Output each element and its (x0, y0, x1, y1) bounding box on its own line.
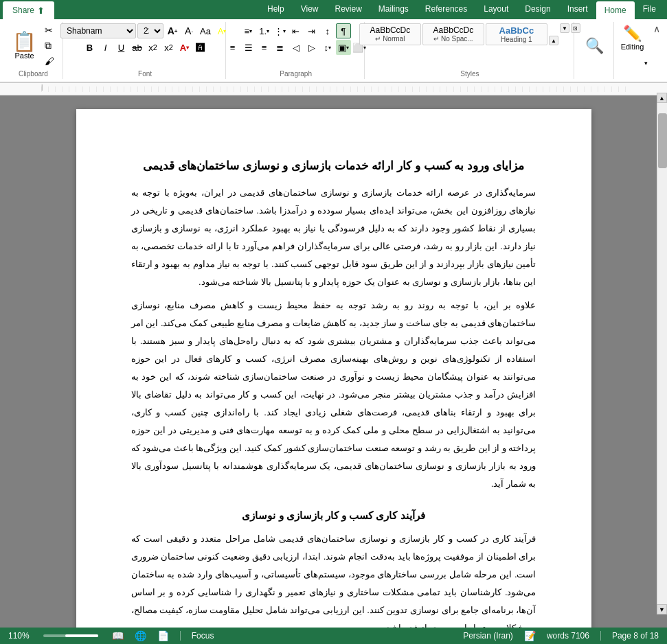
tab-review[interactable]: Review (326, 0, 370, 19)
format-painter-icon: 🖌 (45, 56, 54, 67)
doc-paragraph-3[interactable]: فرآیند کاری در کسب و کار بازسازی و نوساز… (131, 530, 536, 637)
zoom-slider[interactable] (43, 634, 98, 637)
scroll-up-button[interactable]: ▲ (657, 93, 667, 103)
paste-button[interactable]: 📋 Paste (10, 31, 39, 61)
status-divider-2 (180, 631, 181, 641)
editing-group: 🔍 (576, 22, 614, 79)
styles-scroll-down-button[interactable]: ▼ (560, 23, 569, 33)
cut-icon: ✂ (45, 25, 53, 36)
ruler: | (0, 83, 667, 95)
editing-dropdown-icon: ▾ (644, 60, 648, 67)
decrease-font-button[interactable]: A- (181, 23, 196, 38)
align-right-button[interactable]: ≡ (257, 40, 272, 55)
doc-heading: مزایای ورود به کسب و کار ارائه خدمات باز… (131, 159, 536, 173)
increase-font-button[interactable]: A+ (165, 23, 180, 38)
status-divider-1 (600, 631, 601, 641)
font-clear-button[interactable]: 🅰 (193, 40, 208, 55)
styles-scroll-up-button[interactable]: ▲ (549, 36, 558, 45)
doc-section-title: فرآیند کاری کسب و کار بازسازی و نوسازی (131, 509, 536, 522)
copy-button[interactable]: ⧉ (42, 38, 57, 53)
sort-button[interactable]: ↕ (320, 23, 335, 38)
strikethrough-button[interactable]: ab (130, 40, 145, 55)
focus-button[interactable]: Focus (192, 631, 214, 641)
numbering-button[interactable]: 1.▾ (257, 23, 272, 38)
view-web-button[interactable]: 🌐 (135, 630, 146, 641)
style-heading1[interactable]: AaBbCc Heading 1 (486, 23, 547, 45)
scroll-down-button[interactable]: ▼ (657, 604, 667, 614)
doc-paragraph-1[interactable]: سرمایه‌گذاری در عرصه ارائه خدمات بازسازی… (131, 184, 536, 291)
superscript-button[interactable]: x2 (161, 40, 177, 55)
bold-button[interactable]: B (82, 40, 98, 55)
increase-indent-button[interactable]: ⇥ (304, 23, 319, 38)
line-spacing-button[interactable]: ↕▾ (320, 40, 335, 55)
rtl-button[interactable]: ◁ (289, 40, 304, 55)
view-print-button[interactable]: 📄 (157, 630, 169, 641)
view-read-button[interactable]: 📖 (112, 630, 124, 641)
italic-button[interactable]: I (98, 40, 113, 55)
scroll-thumb[interactable] (658, 113, 667, 168)
tab-design[interactable]: Design (517, 0, 558, 19)
tab-home[interactable]: Home (596, 1, 635, 19)
show-formatting-button[interactable]: ¶ (336, 23, 351, 38)
change-case-button[interactable]: Aa (198, 23, 213, 38)
search-button[interactable]: 🔍 (581, 36, 608, 56)
font-family-select[interactable]: Shabnam (60, 23, 136, 38)
editing-mode-icon: ✏️ (623, 25, 642, 43)
language-indicator[interactable]: Persian (Iran) (463, 631, 513, 641)
document-area: مزایای ورود به کسب و کار ارائه خدمات باز… (0, 95, 667, 644)
styles-group: AaBbCcDc ↵ Normal AaBbCcDc ↵ No Spac... … (366, 22, 574, 79)
subscript-button[interactable]: x2 (146, 40, 161, 55)
align-left-button[interactable]: ≡ (225, 40, 240, 55)
doc-page: مزایای ورود به کسب و کار ارائه خدمات باز… (76, 109, 591, 644)
tab-layout[interactable]: Layout (475, 0, 517, 19)
font-group: Shabnam 22 A+ A- Aa A▾ B I U ab x2 x2 A▾… (65, 22, 226, 79)
share-icon: ⬆ (37, 5, 45, 16)
vertical-scrollbar: ▲ ▼ (657, 93, 667, 614)
ribbon-collapse-button[interactable]: ∧ (651, 22, 663, 36)
zoom-level: 110% (8, 631, 30, 641)
search-icon: 🔍 (585, 37, 604, 55)
ltr-button[interactable]: ▷ (304, 40, 319, 55)
justify-button[interactable]: ≣ (273, 40, 288, 55)
tab-view[interactable]: View (293, 0, 327, 19)
status-bar: Page 8 of 18 7106 words 📝 Persian (Iran)… (0, 628, 667, 644)
clipboard-group: 📋 Paste ✂ ⧉ 🖌 Clipboard (4, 22, 63, 79)
tab-file[interactable]: File (635, 0, 664, 19)
tab-help[interactable]: Help (259, 0, 293, 19)
decrease-indent-button[interactable]: ⇤ (289, 23, 304, 38)
multilevel-list-button[interactable]: ⋮▾ (273, 23, 288, 38)
tab-mailings[interactable]: Mailings (370, 0, 417, 19)
tab-references[interactable]: References (417, 0, 475, 19)
style-normal[interactable]: AaBbCcDc ↵ Normal (359, 23, 421, 45)
word-count: 7106 words (547, 631, 589, 641)
proofing-icon: 📝 (524, 630, 536, 641)
ribbon-body: 📋 Paste ✂ ⧉ 🖌 Clipboard Shabnam (0, 19, 667, 82)
copy-icon: ⧉ (45, 40, 52, 51)
text-color-button[interactable]: A▾ (177, 40, 192, 55)
shading-button[interactable]: ▣▾ (336, 40, 351, 55)
editing-mode-indicator[interactable]: ✏️ Editing ▾ (615, 22, 650, 79)
underline-button[interactable]: U (114, 40, 129, 55)
style-no-space[interactable]: AaBbCcDc ↵ No Spac... (422, 23, 484, 45)
ribbon-tabs-bar: File Home Insert Design Layout Reference… (0, 0, 667, 19)
align-center-button[interactable]: ☰ (241, 40, 256, 55)
format-painter-button[interactable]: 🖌 (42, 54, 57, 68)
bullets-button[interactable]: ≡▾ (241, 23, 256, 38)
cut-button[interactable]: ✂ (42, 23, 57, 37)
tab-insert[interactable]: Insert (559, 0, 596, 19)
font-size-select[interactable]: 22 (137, 23, 163, 38)
doc-paragraph-2[interactable]: علاوه بر این، با توجه به روند رو به رشد … (131, 297, 536, 493)
share-button[interactable]: ⬆ Share (3, 1, 54, 19)
paragraph-group: ≡▾ 1.▾ ⋮▾ ⇤ ⇥ ↕ ¶ ≡ ☰ ≡ ≣ ◁ ▷ ↕▾ ▣▾ ⬜▾ P… (227, 22, 365, 79)
page-info: Page 8 of 18 (612, 631, 659, 641)
paste-icon: 📋 (12, 32, 36, 51)
